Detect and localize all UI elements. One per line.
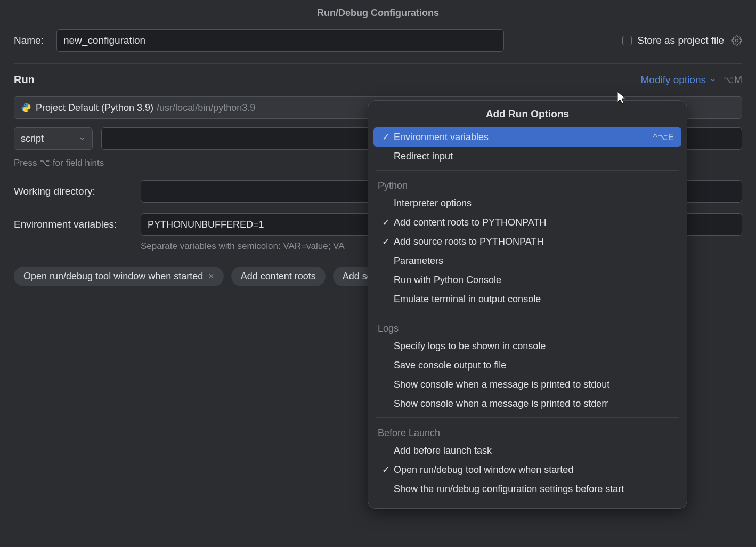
chip-open-tool-window[interactable]: Open run/debug tool window when started … [14, 267, 224, 286]
popup-section-logs: Logs [368, 318, 687, 336]
popup-item-redirect-input[interactable]: Redirect input [368, 147, 687, 166]
interpreter-path: /usr/local/bin/python3.9 [157, 102, 255, 114]
name-label: Name: [14, 35, 44, 46]
popup-item-env-vars[interactable]: ✓ Environment variables ^⌥E [373, 127, 681, 147]
chevron-down-icon [709, 76, 717, 84]
modify-options-label: Modify options [640, 74, 706, 86]
popup-item-label: Parameters [394, 255, 677, 267]
gear-icon[interactable] [731, 35, 742, 46]
chip-add-content-roots[interactable]: Add content roots [231, 267, 326, 286]
svg-point-0 [736, 39, 738, 42]
python-icon [21, 102, 31, 113]
popup-item-content-roots[interactable]: ✓ Add content roots to PYTHONPATH [368, 213, 687, 232]
store-group: Store as project file [622, 35, 742, 46]
popup-item-label: Redirect input [394, 151, 677, 162]
popup-item-label: Save console output to file [394, 360, 677, 371]
popup-section-python: Python [368, 175, 687, 194]
popup-item-show-stderr[interactable]: Show console when a message is printed t… [368, 394, 687, 413]
popup-item-label: Add source roots to PYTHONPATH [394, 236, 677, 247]
popup-item-python-console[interactable]: Run with Python Console [368, 270, 687, 289]
store-checkbox[interactable] [622, 36, 632, 45]
name-input[interactable] [56, 29, 504, 52]
popup-item-label: Show console when a message is printed t… [394, 398, 677, 409]
chip-label: Open run/debug tool window when started [23, 271, 203, 282]
working-dir-label: Working directory: [14, 186, 130, 197]
popup-item-label: Show the run/debug configuration setting… [394, 484, 677, 495]
modify-options-link[interactable]: Modify options [640, 74, 717, 86]
run-section-title: Run [14, 74, 35, 86]
popup-item-shortcut: ^⌥E [653, 132, 674, 143]
close-icon[interactable]: × [208, 271, 214, 282]
popup-item-label: Show console when a message is printed t… [394, 379, 677, 390]
popup-item-save-output[interactable]: Save console output to file [368, 356, 687, 375]
popup-divider [376, 313, 679, 313]
popup-item-label: Environment variables [394, 132, 653, 143]
popup-item-source-roots[interactable]: ✓ Add source roots to PYTHONPATH [368, 232, 687, 251]
popup-item-label: Interpreter options [394, 198, 677, 209]
popup-section-before-launch: Before Launch [368, 422, 687, 441]
divider [14, 63, 742, 64]
script-type-select[interactable]: script [14, 127, 93, 150]
run-header: Run Modify options ⌥M [14, 74, 742, 86]
modify-options-shortcut: ⌥M [723, 74, 742, 86]
popup-item-open-tool-window[interactable]: ✓ Open run/debug tool window when starte… [368, 460, 687, 479]
chevron-down-icon [78, 135, 86, 142]
check-icon: ✓ [378, 131, 394, 143]
check-icon: ✓ [378, 236, 394, 247]
interpreter-name: Project Default (Python 3.9) [36, 102, 153, 114]
popup-item-label: Emulate terminal in output console [394, 294, 677, 305]
popup-item-interpreter-options[interactable]: Interpreter options [368, 194, 687, 213]
popup-item-show-stdout[interactable]: Show console when a message is printed t… [368, 375, 687, 394]
check-icon: ✓ [378, 216, 394, 228]
add-run-options-popup: Add Run Options ✓ Environment variables … [368, 100, 687, 509]
popup-item-before-launch-task[interactable]: Add before launch task [368, 441, 687, 460]
popup-item-label: Add content roots to PYTHONPATH [394, 217, 677, 228]
popup-item-show-settings-before-start[interactable]: Show the run/debug configuration setting… [368, 479, 687, 498]
check-icon: ✓ [378, 464, 394, 476]
popup-item-parameters[interactable]: Parameters [368, 251, 687, 270]
popup-item-label: Open run/debug tool window when started [394, 464, 677, 476]
script-type-value: script [21, 133, 44, 144]
modify-options-group: Modify options ⌥M [640, 74, 742, 86]
popup-item-label: Add before launch task [394, 445, 677, 456]
store-label: Store as project file [637, 35, 724, 46]
popup-item-emulate-terminal[interactable]: Emulate terminal in output console [368, 289, 687, 309]
popup-item-label: Specify logs to be shown in console [394, 341, 677, 352]
popup-divider [376, 170, 679, 171]
env-vars-label: Environment variables: [14, 219, 130, 230]
popup-divider [376, 417, 679, 418]
name-row: Name: Store as project file [14, 29, 742, 52]
popup-item-specify-logs[interactable]: Specify logs to be shown in console [368, 336, 687, 356]
dialog-title: Run/Debug Configurations [0, 0, 756, 29]
popup-title: Add Run Options [368, 108, 687, 120]
chip-label: Add content roots [241, 271, 316, 282]
popup-item-label: Run with Python Console [394, 275, 677, 286]
